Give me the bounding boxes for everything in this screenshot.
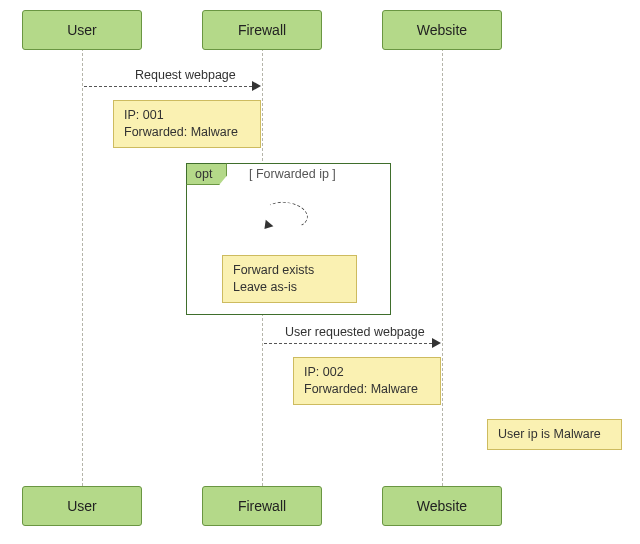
lifeline-user <box>82 48 83 486</box>
message-label: Request webpage <box>135 68 236 82</box>
message-arrow <box>264 343 432 344</box>
note-line: Forwarded: Malware <box>124 124 250 141</box>
opt-tab-label: opt <box>195 167 212 181</box>
note-line: IP: 002 <box>304 364 430 381</box>
actor-label: Website <box>417 22 467 38</box>
message-arrow <box>84 86 252 87</box>
opt-guard: [ Forwarded ip ] <box>249 167 336 181</box>
actor-user-bottom: User <box>22 486 142 526</box>
note: User ip is Malware <box>487 419 622 450</box>
note: Forward exists Leave as-is <box>222 255 357 303</box>
actor-label: Firewall <box>238 498 286 514</box>
note-line: User ip is Malware <box>498 426 611 443</box>
note-line: IP: 001 <box>124 107 250 124</box>
actor-firewall-bottom: Firewall <box>202 486 322 526</box>
arrowhead-icon <box>252 81 261 91</box>
lifeline-website <box>442 48 443 486</box>
actor-label: User <box>67 22 97 38</box>
note-line: Forward exists <box>233 262 346 279</box>
message-label: User requested webpage <box>285 325 425 339</box>
opt-tab: opt <box>186 163 227 185</box>
note-line: Forwarded: Malware <box>304 381 430 398</box>
note: IP: 002 Forwarded: Malware <box>293 357 441 405</box>
sequence-diagram: User Firewall Website Request webpage IP… <box>0 0 640 544</box>
actor-website-bottom: Website <box>382 486 502 526</box>
actor-label: Firewall <box>238 22 286 38</box>
note: IP: 001 Forwarded: Malware <box>113 100 261 148</box>
note-line: Leave as-is <box>233 279 346 296</box>
actor-label: User <box>67 498 97 514</box>
actor-firewall-top: Firewall <box>202 10 322 50</box>
actor-label: Website <box>417 498 467 514</box>
actor-website-top: Website <box>382 10 502 50</box>
actor-user-top: User <box>22 10 142 50</box>
arrowhead-icon <box>432 338 441 348</box>
